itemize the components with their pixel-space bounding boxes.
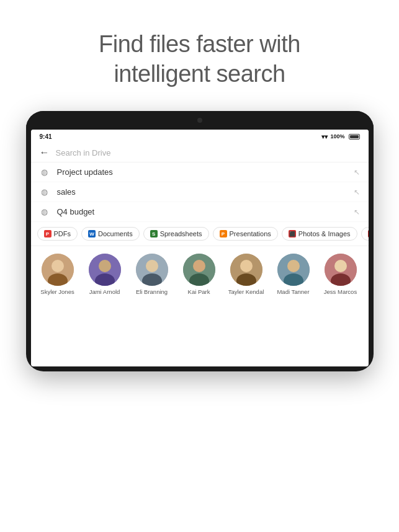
chip-label: Spreadsheets	[160, 230, 202, 237]
clock-icon: ◍	[40, 187, 50, 197]
avatar	[325, 254, 357, 286]
clock-icon: ◍	[40, 167, 50, 177]
device-screen: 9:41 ▾▾ 100% ← Search in Drive ◍ Proje	[31, 130, 369, 366]
chip-label: PDFs	[54, 230, 71, 237]
device-mockup: 9:41 ▾▾ 100% ← Search in Drive ◍ Proje	[26, 111, 374, 371]
avatar-illustration	[230, 254, 262, 286]
search-item-text: Project updates	[57, 167, 346, 177]
arrow-icon: ↖	[354, 208, 360, 216]
svg-point-13	[240, 260, 253, 272]
pdf-icon: P	[44, 230, 52, 237]
headline-line1: Find files faster with	[99, 31, 300, 57]
status-time: 9:41	[40, 133, 52, 140]
avatar-illustration	[277, 254, 310, 286]
person-name: Skyler Jones	[40, 288, 74, 295]
person-name: Madi Tanner	[277, 288, 309, 295]
svg-point-19	[334, 260, 347, 272]
person-item[interactable]: Jess Marcos	[320, 254, 361, 295]
people-section: Skyler Jones Jami Arnold	[31, 246, 369, 303]
battery-fill	[350, 135, 359, 138]
person-name: Tayler Kendal	[228, 288, 264, 295]
chip-label: Presentations	[230, 230, 271, 237]
person-item[interactable]: Madi Tanner	[273, 254, 314, 295]
status-bar: 9:41 ▾▾ 100%	[31, 130, 369, 143]
camera-dot	[197, 118, 202, 123]
headline-text: Find files faster with intelligent searc…	[74, 30, 325, 89]
device-frame: 9:41 ▾▾ 100% ← Search in Drive ◍ Proje	[26, 111, 374, 371]
arrow-icon: ↖	[354, 188, 360, 197]
headline-line2: intelligent search	[114, 61, 285, 87]
arrow-icon: ↖	[354, 168, 360, 177]
clock-icon: ◍	[40, 207, 50, 216]
avatar-illustration	[136, 254, 168, 286]
avatar	[42, 254, 74, 286]
filter-chips-row: P PDFs W Documents S Spreadsheets P Pres…	[31, 222, 369, 246]
svg-point-10	[193, 260, 205, 272]
device-top-bar	[26, 111, 374, 130]
avatar-illustration	[183, 254, 215, 286]
chip-pdfs[interactable]: P PDFs	[37, 227, 78, 241]
chip-spreadsheets[interactable]: S Spreadsheets	[143, 227, 209, 241]
photos-icon: ⬛	[289, 230, 296, 237]
search-input[interactable]: Search in Drive	[56, 148, 360, 157]
recent-searches-list: ◍ Project updates ↖ ◍ sales ↖ ◍ Q4 budge…	[31, 162, 369, 222]
videos-icon: ▶	[368, 230, 369, 237]
person-item[interactable]: Eli Branning	[132, 254, 173, 295]
search-item[interactable]: ◍ sales ↖	[31, 182, 369, 202]
chip-presentations[interactable]: P Presentations	[213, 227, 278, 241]
chip-videos[interactable]: ▶ Videos	[361, 227, 369, 241]
chip-label: Documents	[98, 230, 133, 237]
search-item[interactable]: ◍ Project updates ↖	[31, 162, 369, 182]
status-right: ▾▾ 100%	[321, 133, 359, 140]
person-name: Jami Arnold	[89, 288, 120, 295]
search-bar[interactable]: ← Search in Drive	[31, 143, 369, 162]
person-item[interactable]: Skyler Jones	[37, 254, 78, 295]
search-item-text: Q4 budget	[57, 207, 346, 216]
svg-point-16	[287, 260, 300, 272]
svg-point-4	[99, 260, 111, 272]
sheet-icon: S	[150, 230, 158, 237]
person-name: Jess Marcos	[324, 288, 357, 295]
person-item[interactable]: Tayler Kendal	[226, 254, 267, 295]
search-item[interactable]: ◍ Q4 budget ↖	[31, 202, 369, 222]
chip-photos[interactable]: ⬛ Photos & Images	[282, 227, 357, 241]
battery-percent: 100%	[330, 133, 344, 140]
avatar	[136, 254, 168, 286]
person-name: Kai Park	[188, 288, 210, 295]
person-name: Eli Branning	[136, 288, 168, 295]
battery-icon	[349, 134, 360, 140]
svg-point-1	[52, 260, 64, 272]
person-item[interactable]: Kai Park	[179, 254, 220, 295]
avatar-illustration	[89, 254, 121, 286]
slides-icon: P	[220, 230, 227, 237]
doc-icon: W	[88, 230, 96, 237]
chip-label: Photos & Images	[298, 230, 351, 237]
avatar	[89, 254, 121, 286]
avatar-illustration	[42, 254, 74, 286]
svg-point-7	[146, 260, 158, 272]
avatar-illustration	[325, 254, 357, 286]
person-item[interactable]: Jami Arnold	[84, 254, 125, 295]
search-item-text: sales	[57, 187, 346, 197]
avatar	[230, 254, 262, 286]
back-button[interactable]: ←	[40, 147, 50, 158]
wifi-icon: ▾▾	[321, 133, 328, 140]
chip-documents[interactable]: W Documents	[81, 227, 140, 241]
avatar	[183, 254, 215, 286]
avatar	[277, 254, 310, 286]
